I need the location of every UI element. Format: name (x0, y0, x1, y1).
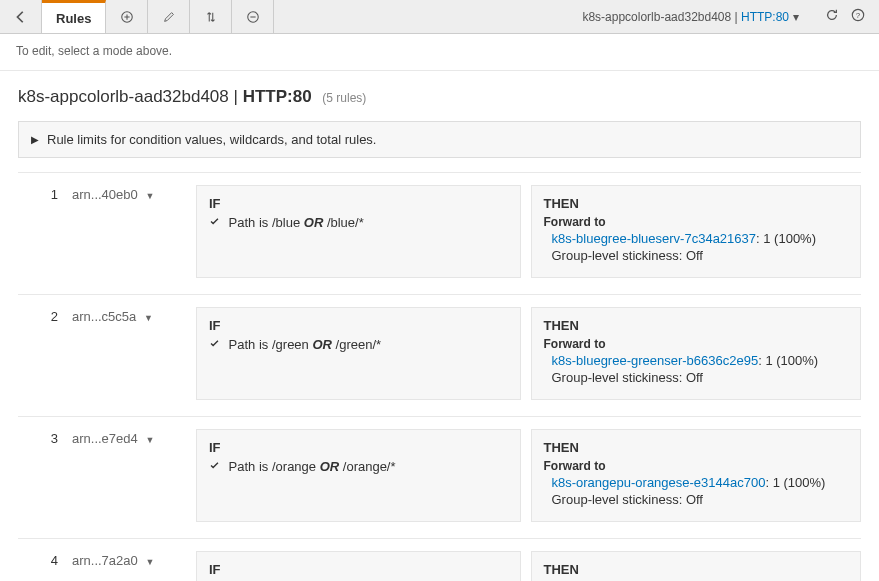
rule-row: 2arn...c5c5a ▼IF Path is /green OR /gree… (18, 294, 861, 416)
edit-rule-button[interactable] (148, 0, 190, 33)
edit-hint: To edit, select a mode above. (0, 34, 879, 71)
rule-row: 3arn...e7ed4 ▼IF Path is /orange OR /ora… (18, 416, 861, 538)
then-panel: THENForward tok8s-bluegree-greenser-b663… (531, 307, 862, 400)
tab-rules[interactable]: Rules (42, 0, 106, 33)
rule-arn-dropdown[interactable]: arn...e7ed4 ▼ (72, 429, 192, 522)
refresh-icon[interactable] (825, 8, 839, 25)
caret-down-icon: ▼ (145, 191, 154, 201)
check-icon (209, 337, 221, 352)
rule-row: 1arn...40eb0 ▼IF Path is /blue OR /blue/… (18, 172, 861, 294)
breadcrumb-lb: k8s-appcolorlb-aad32bd408 (582, 10, 731, 24)
limits-text: Rule limits for condition values, wildca… (47, 132, 376, 147)
rule-count: (5 rules) (322, 91, 366, 105)
back-button[interactable] (0, 0, 42, 33)
rule-index: 2 (18, 307, 68, 400)
caret-down-icon: ▼ (145, 557, 154, 567)
caret-down-icon: ▼ (144, 313, 153, 323)
if-panel: IF Path is /blue OR /blue/* (196, 185, 521, 278)
rule-row: 4arn...7a2a0 ▼IF Path is /purple OR /pur… (18, 538, 861, 581)
if-panel: IF Path is /orange OR /orange/* (196, 429, 521, 522)
if-panel: IF Path is /purple OR /purple/* (196, 551, 521, 581)
check-icon (209, 215, 221, 230)
rule-index: 1 (18, 185, 68, 278)
if-panel: IF Path is /green OR /green/* (196, 307, 521, 400)
page-title: k8s-appcolorlb-aad32bd408 | HTTP:80 (5 r… (0, 71, 879, 117)
then-panel: THENForward tok8s-bluegree-blueserv-7c34… (531, 185, 862, 278)
rule-index: 3 (18, 429, 68, 522)
add-rule-button[interactable] (106, 0, 148, 33)
delete-rule-button[interactable] (232, 0, 274, 33)
breadcrumb-listener[interactable]: HTTP:80 (741, 10, 789, 24)
chevron-down-icon[interactable]: ▾ (793, 10, 799, 24)
reorder-button[interactable] (190, 0, 232, 33)
rule-arn-dropdown[interactable]: arn...7a2a0 ▼ (72, 551, 192, 581)
svg-text:?: ? (856, 11, 861, 20)
rule-limits-expander[interactable]: ▶ Rule limits for condition values, wild… (18, 121, 861, 158)
breadcrumb: k8s-appcolorlb-aad32bd408 | HTTP:80 ▾ (570, 0, 811, 33)
target-group-link[interactable]: k8s-bluegree-blueserv-7c34a21637 (552, 231, 757, 246)
target-group-link[interactable]: k8s-orangepu-orangese-e3144ac700 (552, 475, 766, 490)
help-icon[interactable]: ? (851, 8, 865, 25)
then-panel: THENForward tok8s-orangepu-purplese-8796… (531, 551, 862, 581)
caret-right-icon: ▶ (31, 134, 39, 145)
rule-arn-dropdown[interactable]: arn...40eb0 ▼ (72, 185, 192, 278)
check-icon (209, 459, 221, 474)
tab-label: Rules (56, 11, 91, 26)
rules-list: 1arn...40eb0 ▼IF Path is /blue OR /blue/… (18, 172, 861, 581)
toolbar: Rules k8s-appcolorlb-aad32bd408 | HTTP:8… (0, 0, 879, 34)
rule-index: 4 (18, 551, 68, 581)
rule-arn-dropdown[interactable]: arn...c5c5a ▼ (72, 307, 192, 400)
target-group-link[interactable]: k8s-bluegree-greenser-b6636c2e95 (552, 353, 759, 368)
caret-down-icon: ▼ (145, 435, 154, 445)
then-panel: THENForward tok8s-orangepu-orangese-e314… (531, 429, 862, 522)
